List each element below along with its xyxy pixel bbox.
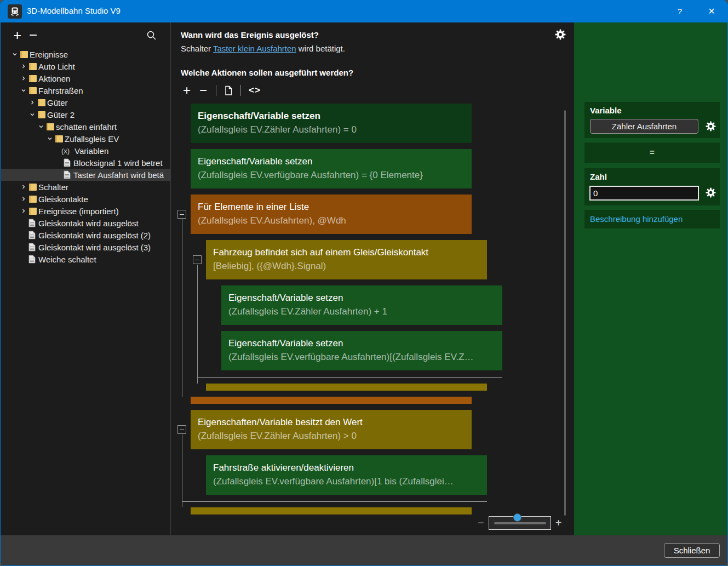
tree-item-label: Variablen [74, 146, 108, 156]
block-subtitle: (Zufallsgleis EV.verfügbare Ausfahrten)[… [213, 474, 481, 488]
chevron-right-icon[interactable] [20, 184, 27, 190]
chevron-down-icon[interactable] [46, 136, 54, 141]
tree-item-label: Taster Ausfahrt wird betä [73, 170, 164, 180]
chevron-down-icon[interactable] [37, 124, 45, 129]
remove-action-button[interactable]: − [199, 83, 207, 98]
actions-heading: Welche Aktionen sollen ausgeführt werden… [181, 68, 353, 77]
tree-item-variablen[interactable]: (x) Variablen [1, 145, 170, 157]
event-settings-gear-icon[interactable] [555, 29, 566, 40]
tree-item-label: Aktionen [38, 74, 70, 83]
group-connector-line [182, 219, 182, 397]
tree-item-auto-licht[interactable]: Auto Licht [1, 60, 170, 72]
chevron-right-icon[interactable] [20, 208, 27, 214]
variable-card: Variable Zähler Ausfahrten [584, 102, 720, 138]
tree-item-schalter[interactable]: Schalter [1, 181, 170, 193]
number-gear-icon[interactable] [706, 187, 716, 198]
tree-item-label: Blocksignal 1 wird betret [73, 158, 163, 168]
tree-item-aktionen[interactable]: Aktionen [1, 72, 170, 84]
tree-item-label: Güter 2 [47, 110, 74, 119]
chevron-down-icon[interactable] [28, 112, 36, 117]
document-icon [28, 219, 38, 227]
tree-item-label: Gleiskontakte [38, 195, 88, 204]
zoom-out-button[interactable]: − [478, 517, 484, 529]
help-button[interactable]: ? [670, 5, 689, 18]
folder-icon [37, 111, 47, 119]
toolbar-separator [216, 85, 216, 96]
action-block-set-variable-1[interactable]: Eigenschaft/Variable setzen (Zufallsglei… [191, 104, 472, 143]
tree-item-label: Gleiskontakt wird ausgelöst (3) [38, 243, 151, 252]
group-bottom-line [198, 377, 502, 378]
tree-item-label: Güter [47, 98, 68, 107]
collapse-toggle[interactable] [177, 425, 186, 434]
condition-block-variable-has-value[interactable]: Eigenschaften/Variable besitzt den Wert … [191, 410, 472, 449]
tree-item-blocksignal-1[interactable]: Blocksignal 1 wird betret [1, 157, 170, 169]
tree-item-label: Schalter [38, 182, 68, 192]
variable-select-button[interactable]: Zähler Ausfahrten [590, 119, 698, 134]
collapse-toggle[interactable] [177, 210, 186, 219]
tree-item-gleiskontakt-ausgeloest-3[interactable]: Gleiskontakt wird ausgelöst (3) [1, 241, 170, 253]
tree-item-gleiskontakte[interactable]: Gleiskontakte [1, 193, 170, 205]
tree-item-schatten-einfahrt[interactable]: schatten einfahrt [1, 121, 170, 133]
chevron-down-icon[interactable] [20, 88, 27, 93]
block-subtitle: (Zufallsgleis EV.verfügbare Ausfahrten) … [198, 168, 466, 182]
block-title: Eigenschaft/Variable setzen [198, 155, 466, 168]
block-title: Eigenschaft/Variable setzen [228, 291, 497, 305]
tree-item-ereignisse[interactable]: Ereignisse [1, 48, 170, 60]
tree-item-gleiskontakt-ausgeloest[interactable]: Gleiskontakt wird ausgelöst [1, 217, 170, 229]
number-input[interactable] [589, 186, 699, 201]
action-block-set-variable-3[interactable]: Eigenschaft/Variable setzen (Zufallsglei… [221, 285, 502, 325]
action-block-set-variable-4[interactable]: Eigenschaft/Variable setzen (Zufallsglei… [221, 331, 502, 370]
document-icon [28, 231, 38, 239]
actions-vertical-scrollbar[interactable] [564, 110, 566, 516]
chevron-right-icon[interactable] [28, 100, 36, 105]
action-block-foreach-list[interactable]: Für Elemente in einer Liste (Zufallsglei… [191, 195, 472, 234]
condition-block-vehicle-on-track[interactable]: Fahrzeug befindet sich auf einem Gleis/G… [206, 240, 487, 279]
chevron-right-icon[interactable] [20, 64, 27, 69]
chevron-right-icon[interactable] [20, 196, 27, 202]
tree-item-gueter[interactable]: Güter [1, 96, 170, 108]
tree-add-button[interactable]: + [13, 27, 21, 43]
operator-card[interactable]: = [584, 142, 720, 163]
variable-gear-icon[interactable] [706, 121, 716, 132]
tree-item-fahrstrassen[interactable]: Fahrstraßen [1, 84, 170, 96]
copy-icon[interactable] [224, 85, 233, 96]
tree-item-ereignisse-importiert[interactable]: Ereignisse (importiert) [1, 205, 170, 217]
action-block-activate-route[interactable]: Fahrstraße aktivieren/deaktivieren (Zufa… [206, 455, 487, 495]
collapse-toggle[interactable] [193, 255, 202, 264]
block-subtitle: (Zufallsgleis EV.verfügbare Ausfahrten)[… [228, 350, 497, 364]
zoom-in-button[interactable]: + [555, 517, 562, 529]
folder-icon [20, 50, 30, 59]
number-card: Zahl [584, 168, 720, 205]
document-icon [28, 255, 38, 264]
tree-item-gleiskontakt-ausgeloest-2[interactable]: Gleiskontakt wird ausgelöst (2) [1, 229, 170, 241]
action-block-set-variable-2[interactable]: Eigenschaft/Variable setzen (Zufallsglei… [191, 149, 472, 188]
close-window-button[interactable]: ✕ [702, 5, 721, 18]
folder-icon [28, 75, 38, 83]
tree-remove-button[interactable]: − [29, 27, 37, 43]
tree-item-weiche-schaltet[interactable]: Weiche schaltet [1, 253, 170, 265]
close-dialog-button[interactable]: Schließen [664, 543, 720, 558]
block-title: Fahrzeug befindet sich auf einem Gleis/G… [213, 245, 481, 259]
search-icon[interactable] [146, 30, 158, 42]
group-connector-line [182, 434, 182, 507]
code-view-button[interactable]: <> [249, 85, 261, 96]
add-action-button[interactable]: + [183, 83, 191, 98]
tree-item-label: Zufallsgleis EV [65, 134, 119, 144]
tree-item-label: Gleiskontakt wird ausgelöst (2) [38, 231, 151, 240]
zoom-slider[interactable] [489, 516, 551, 530]
block-subtitle: (Zufallsgleis EV.Zähler Ausfahrten) > 0 [198, 429, 466, 443]
chevron-down-icon[interactable] [11, 52, 19, 57]
tree-item-zufallsgleis-ev[interactable]: Zufallsgleis EV [1, 133, 170, 145]
tree-item-gueter-2[interactable]: Güter 2 [1, 108, 170, 121]
zoom-slider-thumb[interactable] [513, 513, 521, 522]
block-title: Für Elemente in einer Liste [198, 200, 466, 214]
zoom-slider-track[interactable] [494, 522, 546, 524]
trigger-object-link[interactable]: Taster klein Ausfahrten [213, 44, 296, 53]
document-icon [64, 158, 73, 167]
chevron-right-icon[interactable] [20, 76, 27, 81]
add-description-link[interactable]: Beschreibung hinzufügen [590, 214, 683, 224]
folder-icon [28, 207, 38, 215]
block-subtitle: (Zufallsgleis EV.Zähler Ausfahrten) + 1 [228, 305, 497, 318]
tree-items: Ereignisse Auto Licht Aktionen Fahrstraß… [1, 48, 170, 265]
tree-item-taster-ausfahrt[interactable]: Taster Ausfahrt wird betä [1, 169, 170, 181]
